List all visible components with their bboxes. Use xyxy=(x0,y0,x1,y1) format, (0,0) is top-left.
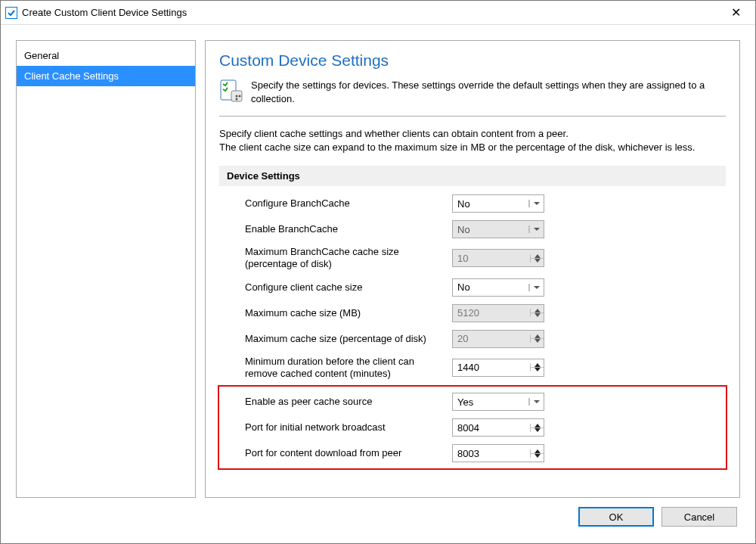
spinner-value: 8003 xyxy=(453,448,530,459)
number-spinner: 20 xyxy=(452,330,544,348)
spinner-stepper[interactable] xyxy=(530,424,544,432)
nav-item-client-cache-settings[interactable]: Client Cache Settings xyxy=(17,66,195,86)
spinner-value: 10 xyxy=(453,253,530,264)
setting-label: Configure BranchCache xyxy=(245,197,452,210)
setting-row: Enable BranchCacheNo xyxy=(219,216,726,242)
setting-row: Maximum cache size (MB)5120 xyxy=(219,300,726,326)
dropdown-value: No xyxy=(453,198,528,210)
settings-list: Configure BranchCacheNoEnable BranchCach… xyxy=(219,191,726,470)
setting-row: Maximum BranchCache cache size (percenta… xyxy=(219,242,726,275)
client-area: General Client Cache Settings Custom Dev… xyxy=(1,25,755,543)
dropdown: No xyxy=(452,220,544,238)
number-spinner: 10 xyxy=(452,249,544,267)
setting-row: Minimum duration before the client can r… xyxy=(219,352,726,384)
setting-label: Maximum cache size (percentage of disk) xyxy=(245,333,452,345)
close-button[interactable]: ✕ xyxy=(720,5,751,20)
spinner-stepper xyxy=(530,334,544,343)
cancel-button[interactable]: Cancel xyxy=(662,507,737,527)
setting-row: Configure client cache sizeNo xyxy=(219,275,726,300)
svg-point-2 xyxy=(236,95,238,98)
chevron-down-icon xyxy=(528,225,544,233)
chevron-down-icon xyxy=(528,200,544,207)
svg-point-4 xyxy=(236,98,238,101)
spinner-stepper xyxy=(530,254,544,263)
setting-row: Port for content download from peer8003 xyxy=(219,440,726,466)
number-spinner[interactable]: 1440 xyxy=(452,359,544,377)
spinner-value: 1440 xyxy=(453,362,530,373)
dropdown-value: Yes xyxy=(453,396,528,408)
setting-label: Enable as peer cache source xyxy=(245,396,452,408)
nav-item-general[interactable]: General xyxy=(17,45,195,66)
setting-label: Port for initial network broadcast xyxy=(245,421,452,434)
titlebar: Create Custom Client Device Settings ✕ xyxy=(1,1,755,25)
setting-label: Maximum cache size (MB) xyxy=(245,307,452,319)
window-title: Create Custom Client Device Settings xyxy=(22,7,720,18)
dialog-footer: OK Cancel xyxy=(16,498,740,536)
setting-row: Enable as peer cache sourceYes xyxy=(219,389,726,415)
chevron-down-icon xyxy=(528,284,544,291)
spinner-value: 5120 xyxy=(453,307,530,319)
dialog-window: Create Custom Client Device Settings ✕ G… xyxy=(0,0,756,544)
svg-point-3 xyxy=(239,95,241,98)
spinner-stepper[interactable] xyxy=(530,449,544,458)
setting-label: Minimum duration before the client can r… xyxy=(245,356,452,381)
ok-button[interactable]: OK xyxy=(578,507,654,527)
setting-row: Maximum cache size (percentage of disk)2… xyxy=(219,326,726,352)
setting-label: Maximum BranchCache cache size (percenta… xyxy=(245,246,452,271)
number-spinner[interactable]: 8003 xyxy=(452,444,544,462)
content-panel: Custom Device Settings Spec xyxy=(205,40,740,498)
panels: General Client Cache Settings Custom Dev… xyxy=(16,40,740,498)
setting-row: Port for initial network broadcast8004 xyxy=(219,415,726,440)
step-down-icon xyxy=(531,368,544,371)
setting-row: Configure BranchCacheNo xyxy=(219,191,726,216)
app-icon xyxy=(5,7,17,19)
setting-label: Configure client cache size xyxy=(245,281,452,294)
step-down-icon xyxy=(531,313,544,317)
dropdown-value: No xyxy=(453,281,528,293)
spinner-value: 20 xyxy=(453,333,530,344)
setting-label: Enable BranchCache xyxy=(245,223,452,235)
chevron-down-icon xyxy=(528,398,544,406)
spinner-stepper xyxy=(530,309,544,317)
nav-panel: General Client Cache Settings xyxy=(16,40,196,498)
intro-text: Specify the settings for devices. These … xyxy=(251,79,726,105)
dropdown[interactable]: No xyxy=(452,278,544,297)
step-down-icon xyxy=(531,428,544,432)
spinner-value: 8004 xyxy=(453,422,530,434)
desc-line-1: Specify client cache settings and whethe… xyxy=(219,127,726,141)
step-down-icon xyxy=(531,454,544,458)
desc-line-2: The client cache size can expand to the … xyxy=(219,141,726,154)
step-down-icon xyxy=(531,259,544,263)
setting-label: Port for content download from peer xyxy=(245,447,452,459)
intro-row: Specify the settings for devices. These … xyxy=(219,79,726,117)
number-spinner[interactable]: 8004 xyxy=(452,418,544,437)
dropdown[interactable]: Yes xyxy=(452,393,544,411)
number-spinner: 5120 xyxy=(452,304,544,322)
highlighted-settings: Enable as peer cache sourceYesPort for i… xyxy=(218,385,727,470)
spinner-stepper[interactable] xyxy=(530,363,544,371)
dropdown[interactable]: No xyxy=(452,194,544,213)
step-down-icon xyxy=(531,339,544,343)
dropdown-value: No xyxy=(453,224,528,235)
section-title: Device Settings xyxy=(219,166,726,186)
page-heading: Custom Device Settings xyxy=(219,51,726,70)
description: Specify client cache settings and whethe… xyxy=(219,127,726,154)
checklist-icon xyxy=(219,79,243,105)
